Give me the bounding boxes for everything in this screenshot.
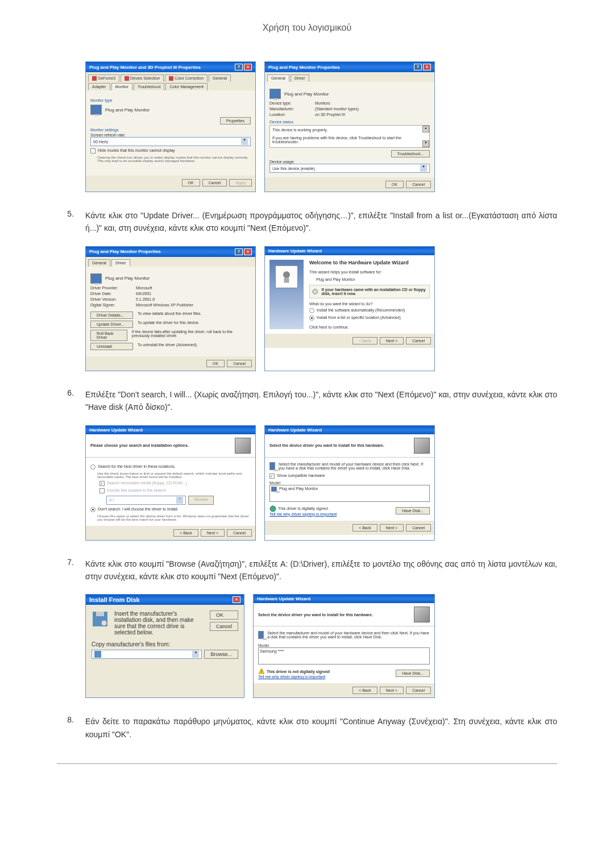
- select-driver-wizard-2: Hardware Update Wizard Select the device…: [253, 594, 435, 698]
- monitor-properties-dialog: Plug and Play Monitor and 3D Prophet III…: [85, 61, 256, 192]
- cancel-button[interactable]: Cancel: [406, 687, 431, 694]
- page-title: Χρήση του λογισμικού: [57, 23, 557, 44]
- tell-me-link[interactable]: Tell me why driver signing is important: [258, 675, 325, 679]
- radio-dont-search[interactable]: [90, 507, 96, 512]
- step-number: 7.: [57, 558, 74, 583]
- browse-button[interactable]: Browse...: [204, 650, 238, 659]
- hide-modes-label: Hide modes that this monitor cannot disp…: [98, 148, 175, 153]
- check-removable-label: Search removable media (floppy, CD-ROM..…: [107, 481, 187, 486]
- titlebar: Hardware Update Wizard: [254, 595, 434, 603]
- help-icon[interactable]: ?: [235, 64, 243, 70]
- dialog-title: Plug and Play Monitor Properties: [268, 65, 340, 70]
- hide-modes-checkbox[interactable]: [90, 148, 96, 153]
- scroll-down-icon[interactable]: ▼: [422, 140, 429, 147]
- driver-properties-dialog: Plug and Play Monitor Properties ? × Gen…: [85, 246, 256, 371]
- tab-troubleshoot[interactable]: Troubleshoot: [134, 83, 165, 90]
- troubleshoot-button[interactable]: Troubleshoot...: [391, 150, 430, 157]
- tab-general[interactable]: General: [209, 74, 231, 82]
- show-compatible-checkbox[interactable]: [269, 474, 275, 479]
- path-dropdown[interactable]: A:\▼: [106, 496, 186, 505]
- tab-device-selection[interactable]: Device Selection: [121, 74, 164, 82]
- back-button[interactable]: < Back: [173, 529, 198, 537]
- wizard-header: Select the device driver you want to ins…: [269, 443, 384, 447]
- apply-button[interactable]: Apply: [229, 179, 252, 186]
- uninstall-button[interactable]: Uninstall: [90, 343, 133, 350]
- dialog-title: Plug and Play Monitor and 3D Prophet III…: [89, 65, 201, 70]
- cancel-button[interactable]: Cancel: [202, 179, 227, 186]
- tab-monitor[interactable]: Monitor: [111, 83, 132, 90]
- wizard-icon: [235, 438, 251, 454]
- svg-rect-11: [94, 651, 101, 658]
- next-button[interactable]: Next >: [380, 337, 404, 344]
- step-6: 6. Επιλέξτε "Don't search, I will... (Χω…: [57, 388, 557, 414]
- properties-button[interactable]: Properties: [220, 117, 251, 124]
- cancel-button[interactable]: Cancel: [406, 524, 431, 531]
- ok-button[interactable]: OK: [385, 181, 404, 188]
- tab-color-management[interactable]: Color Management: [165, 83, 208, 90]
- footer-divider: [57, 763, 557, 764]
- location-label: Location:: [269, 113, 315, 117]
- ok-button[interactable]: OK: [206, 360, 225, 367]
- cancel-button[interactable]: Cancel: [406, 181, 431, 188]
- model-list[interactable]: Samsung ****: [258, 647, 430, 665]
- close-icon[interactable]: ×: [244, 64, 252, 70]
- back-button[interactable]: < Back: [352, 337, 377, 344]
- titlebar: Hardware Update Wizard: [86, 426, 255, 434]
- back-button[interactable]: < Back: [352, 687, 377, 694]
- help-icon[interactable]: ?: [414, 64, 422, 70]
- next-button[interactable]: Next >: [380, 524, 404, 531]
- device-type-label: Device type:: [269, 101, 315, 105]
- select-driver-wizard: Hardware Update Wizard Select the device…: [264, 425, 435, 541]
- check-removable[interactable]: [99, 481, 105, 486]
- update-desc: To update the driver for this device.: [138, 321, 200, 328]
- rollback-driver-button[interactable]: Roll Back Driver: [90, 330, 127, 341]
- close-icon[interactable]: ×: [233, 596, 240, 603]
- tell-me-link[interactable]: Tell me why driver signing is important: [269, 512, 337, 516]
- have-disk-button[interactable]: Have Disk...: [396, 670, 430, 677]
- radio-search-best[interactable]: [90, 464, 96, 470]
- opt-search: Search for the best driver in these loca…: [98, 464, 176, 470]
- back-button[interactable]: < Back: [352, 524, 377, 531]
- model-list[interactable]: Plug and Play Monitor: [269, 485, 430, 502]
- help-icon[interactable]: ?: [235, 248, 243, 255]
- tab-geforce3[interactable]: GeForce3: [88, 74, 119, 82]
- scroll-up-icon[interactable]: ▲: [422, 126, 429, 132]
- screenshot-row-4: Install From Disk × Insert the manufactu…: [85, 594, 557, 698]
- cancel-button[interactable]: Cancel: [406, 337, 431, 344]
- ok-button[interactable]: OK: [182, 179, 200, 186]
- monitor-icon: [271, 487, 277, 492]
- tab-general[interactable]: General: [267, 74, 289, 82]
- tab-driver[interactable]: Driver: [111, 259, 130, 267]
- provider-value: Microsoft: [136, 286, 152, 290]
- cancel-button[interactable]: Cancel: [227, 529, 252, 537]
- next-button[interactable]: Next >: [380, 687, 404, 694]
- check-location[interactable]: [99, 488, 105, 493]
- device-usage-dropdown[interactable]: Use this device (enable) ▼: [269, 164, 430, 173]
- tab-driver[interactable]: Driver: [291, 74, 309, 82]
- next-button[interactable]: Next >: [201, 529, 225, 537]
- refresh-rate-dropdown[interactable]: 60 Hertz ▼: [90, 137, 251, 146]
- cancel-button[interactable]: Cancel: [210, 622, 238, 631]
- monitor-type-label: Monitor type: [90, 98, 251, 102]
- wizard-help-text: This wizard helps you install software f…: [309, 270, 430, 274]
- tabs: GeForce3 Device Selection Color Correcti…: [86, 72, 255, 90]
- update-driver-button[interactable]: Update Driver...: [90, 321, 133, 328]
- radio-list-install[interactable]: [309, 315, 314, 321]
- svg-rect-9: [96, 612, 104, 616]
- svg-point-7: [270, 506, 276, 512]
- close-icon[interactable]: ×: [244, 248, 252, 255]
- ok-button[interactable]: OK: [210, 610, 238, 620]
- close-icon[interactable]: ×: [423, 64, 431, 70]
- browse-button[interactable]: Browse: [188, 496, 214, 505]
- step-text: Επιλέξτε "Don't search, I will... (Χωρίς…: [85, 388, 557, 414]
- chevron-down-icon: ▼: [420, 165, 427, 172]
- tab-general[interactable]: General: [88, 259, 110, 267]
- driver-details-button[interactable]: Driver Details...: [90, 312, 133, 319]
- svg-rect-4: [284, 277, 289, 283]
- cancel-button[interactable]: Cancel: [227, 360, 252, 367]
- tab-color-correction[interactable]: Color Correction: [165, 74, 208, 82]
- copy-from-dropdown[interactable]: ▼: [92, 650, 202, 659]
- tab-adapter[interactable]: Adapter: [88, 83, 110, 90]
- radio-auto-install[interactable]: [309, 308, 314, 313]
- have-disk-button[interactable]: Have Disk...: [396, 507, 430, 514]
